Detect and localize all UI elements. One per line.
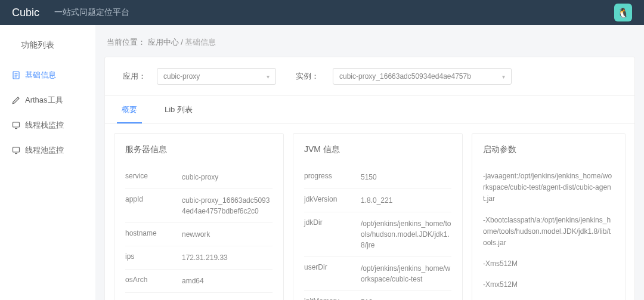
breadcrumb: 当前位置： 应用中心 / 基础信息: [104, 32, 635, 57]
list-item: -Xms512M: [483, 253, 614, 274]
table-row: osVersion3.10.0-957.21.3.el7.x86_64: [125, 293, 273, 300]
kv-val: cubic-proxy: [182, 172, 218, 183]
user-avatar-button[interactable]: 🐧: [614, 4, 632, 21]
kv-val: /opt/jenkins/jenkins_home/workspace/cubi…: [361, 263, 451, 284]
sidebar-title: 功能列表: [0, 34, 95, 63]
brand-subtitle: 一站式问题定位平台: [54, 7, 129, 18]
monitor-icon: [12, 121, 20, 129]
table-row: jdkVersion1.8.0_221: [304, 189, 451, 212]
chevron-down-icon: ▾: [502, 73, 505, 80]
table-row: appIdcubic-proxy_16663adc50934ed4ae4757b…: [125, 189, 273, 223]
table-row: ips172.31.219.33: [125, 246, 273, 270]
avatar-icon: 🐧: [617, 7, 629, 18]
table-row: initMemory512: [304, 291, 451, 300]
card-title: JVM 信息: [304, 144, 451, 155]
kv-key: initMemory: [304, 297, 361, 300]
jvm-info-card: JVM 信息 progress5150 jdkVersion1.8.0_221 …: [293, 133, 463, 300]
table-row: progress5150: [304, 166, 451, 189]
svg-rect-6: [13, 147, 20, 152]
breadcrumb-prefix: 当前位置：: [107, 38, 145, 47]
kv-key: hostname: [125, 229, 182, 240]
pencil-icon: [12, 96, 20, 104]
instance-filter-label: 实例：: [296, 71, 319, 82]
kv-key: progress: [304, 172, 361, 183]
start-params-card: 启动参数 -javaagent:/opt/jenkins/jenkins_hom…: [472, 133, 626, 300]
instance-select-value: cubic-proxy_16663adc50934ed4ae4757b: [339, 72, 471, 81]
list-item: -Xmx512M: [483, 274, 614, 295]
table-row: servicecubic-proxy: [125, 166, 273, 189]
kv-key: service: [125, 172, 182, 183]
card-title: 服务器信息: [125, 144, 273, 155]
table-row: jdkDir/opt/jenkins/jenkins_home/tools/hu…: [304, 212, 451, 257]
kv-val: amd64: [182, 276, 204, 286]
kv-val: cubic-proxy_16663adc50934ed4ae4757bdbef6…: [182, 195, 273, 217]
tabs: 概要 Lib 列表: [105, 96, 634, 124]
kv-val: 1.8.0_221: [361, 195, 392, 206]
kv-val: newwork: [182, 229, 210, 240]
kv-key: appId: [125, 195, 182, 217]
breadcrumb-app-center[interactable]: 应用中心: [148, 38, 179, 47]
filter-row: 应用： cubic-proxy ▾ 实例： cubic-proxy_16663a…: [105, 57, 634, 96]
sidebar-item-arthas[interactable]: Arthas工具: [0, 88, 95, 113]
kv-key: jdkVersion: [304, 195, 361, 206]
tab-lib-list[interactable]: Lib 列表: [160, 96, 197, 123]
brand-name: Cubic: [12, 7, 39, 19]
sidebar-item-label: Arthas工具: [25, 95, 63, 106]
sidebar-item-label: 基础信息: [25, 70, 56, 81]
cards-row: 服务器信息 servicecubic-proxy appIdcubic-prox…: [105, 124, 634, 300]
server-info-card: 服务器信息 servicecubic-proxy appIdcubic-prox…: [114, 133, 284, 300]
main-content: 当前位置： 应用中心 / 基础信息 应用： cubic-proxy ▾ 实例： …: [95, 25, 644, 300]
kv-key: osArch: [125, 276, 182, 286]
kv-val: 512: [361, 297, 373, 300]
card-title: 启动参数: [483, 144, 614, 155]
content-panel: 应用： cubic-proxy ▾ 实例： cubic-proxy_16663a…: [104, 57, 635, 300]
sidebar-item-label: 线程池监控: [25, 145, 64, 156]
sidebar-item-basics[interactable]: 基础信息: [0, 63, 95, 88]
kv-key: userDir: [304, 263, 361, 284]
list-item: -Xbootclasspath/a:/opt/jenkins/jenkins_h…: [483, 210, 614, 254]
app-header: Cubic 一站式问题定位平台 🐧: [0, 0, 644, 25]
list-item: -Dcubic.agent.service_name=cubic-proxy: [483, 296, 614, 301]
kv-key: ips: [125, 252, 182, 263]
svg-rect-4: [13, 122, 20, 127]
table-row: userDir/opt/jenkins/jenkins_home/workspa…: [304, 257, 451, 291]
instance-select[interactable]: cubic-proxy_16663adc50934ed4ae4757b ▾: [333, 68, 512, 85]
tab-summary[interactable]: 概要: [117, 96, 142, 123]
kv-val: 172.31.219.33: [182, 252, 228, 263]
app-select[interactable]: cubic-proxy ▾: [157, 68, 276, 85]
sidebar-item-thread-stack[interactable]: 线程栈监控: [0, 113, 95, 138]
list-item: -javaagent:/opt/jenkins/jenkins_home/wor…: [483, 166, 614, 210]
app-select-value: cubic-proxy: [163, 72, 200, 81]
kv-val: /opt/jenkins/jenkins_home/tools/hudson.m…: [361, 218, 451, 250]
kv-val: 5150: [361, 172, 377, 183]
breadcrumb-current: 基础信息: [185, 38, 216, 47]
doc-icon: [12, 71, 20, 79]
monitor-icon: [12, 146, 20, 154]
sidebar: 功能列表 基础信息 Arthas工具 线程栈监控 线程池监控: [0, 25, 95, 300]
chevron-down-icon: ▾: [267, 73, 270, 80]
sidebar-item-label: 线程栈监控: [25, 120, 64, 131]
table-row: osArchamd64: [125, 270, 273, 293]
sidebar-item-thread-pool[interactable]: 线程池监控: [0, 138, 95, 163]
table-row: hostnamenewwork: [125, 223, 273, 246]
app-filter-label: 应用：: [123, 71, 146, 82]
kv-key: jdkDir: [304, 218, 361, 250]
